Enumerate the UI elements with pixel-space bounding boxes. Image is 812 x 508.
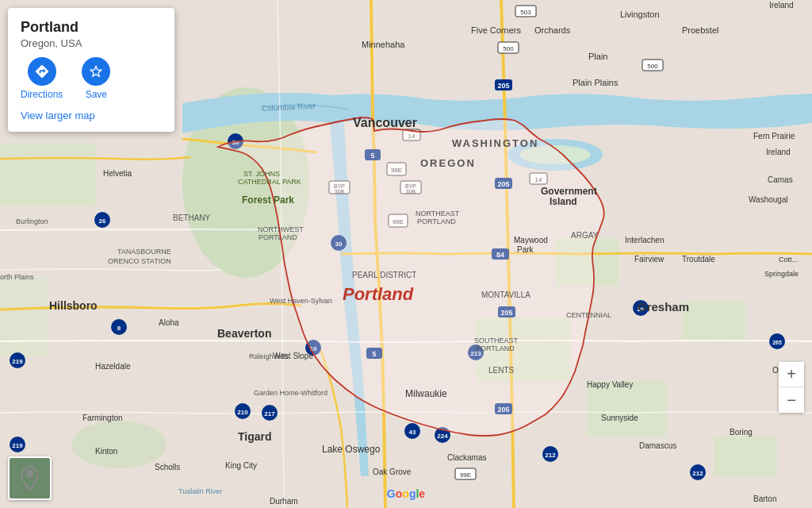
svg-text:Happy Valley: Happy Valley (587, 380, 633, 389)
svg-text:Proebstel: Proebstel (682, 25, 718, 35)
svg-text:Ireland: Ireland (766, 148, 791, 156)
svg-text:ST. JOHNS: ST. JOHNS (243, 170, 280, 178)
svg-text:Boring: Boring (730, 428, 753, 437)
svg-text:Durham: Durham (270, 497, 298, 506)
city-subtitle: Oregon, USA (21, 37, 162, 49)
svg-text:Farmington: Farmington (82, 414, 123, 422)
city-name: Portland (21, 19, 162, 36)
save-icon (82, 57, 110, 86)
svg-text:PORTLAND: PORTLAND (417, 217, 456, 225)
svg-text:Five Corners: Five Corners (471, 25, 521, 35)
svg-text:Helvetia: Helvetia (103, 169, 132, 178)
svg-text:Minnehaha: Minnehaha (362, 40, 405, 49)
svg-text:BETHANY: BETHANY (173, 214, 211, 222)
svg-text:500: 500 (647, 63, 658, 70)
directions-icon (28, 57, 56, 86)
svg-text:Plain: Plain (588, 52, 607, 61)
svg-text:265: 265 (772, 340, 782, 345)
svg-text:Clackamas: Clackamas (447, 453, 486, 462)
svg-text:Gresham: Gresham (638, 300, 689, 314)
save-button[interactable]: Save (82, 57, 110, 100)
svg-text:Milwaukie: Milwaukie (405, 388, 447, 399)
svg-text:Government: Government (541, 186, 597, 197)
svg-text:Tigard: Tigard (238, 430, 272, 443)
svg-text:SOUTHEAST: SOUTHEAST (474, 337, 519, 344)
svg-text:210: 210 (237, 409, 248, 416)
svg-text:Springdale: Springdale (764, 270, 799, 278)
svg-text:Troutdale: Troutdale (682, 255, 715, 264)
svg-text:Island: Island (550, 196, 577, 207)
svg-text:Orchards: Orchards (534, 25, 571, 35)
svg-text:West Haven-Sylvan: West Haven-Sylvan (270, 297, 332, 305)
svg-text:Kinton: Kinton (95, 447, 117, 456)
svg-text:26: 26 (99, 217, 106, 225)
svg-text:orth Plains: orth Plains (0, 273, 34, 281)
svg-text:Fern Prairie: Fern Prairie (753, 132, 795, 140)
svg-text:Interlachen: Interlachen (625, 236, 664, 244)
svg-rect-5 (587, 381, 666, 437)
svg-text:Sunnyside: Sunnyside (601, 414, 638, 422)
svg-text:Beaverton: Beaverton (217, 327, 271, 340)
directions-button[interactable]: Directions (21, 57, 63, 100)
svg-text:Washougal: Washougal (749, 195, 788, 204)
view-larger-link[interactable]: View larger map (21, 110, 95, 121)
svg-text:CATHEDRAL PARK: CATHEDRAL PARK (238, 178, 301, 186)
svg-point-152 (25, 470, 33, 478)
svg-text:Park: Park (517, 245, 534, 254)
svg-text:Fairview: Fairview (634, 255, 665, 264)
svg-text:NORTHEAST: NORTHEAST (416, 210, 460, 217)
svg-text:205: 205 (497, 82, 509, 90)
svg-point-8 (71, 421, 167, 468)
svg-text:Garden Home-Whitford: Garden Home-Whitford (254, 389, 327, 397)
street-view-thumbnail[interactable] (8, 456, 52, 500)
svg-text:TANASBOURNE: TANASBOURNE (117, 248, 171, 256)
svg-text:99E: 99E (460, 471, 471, 479)
svg-text:Livingston: Livingston (620, 10, 660, 19)
svg-text:Lake Oswego: Lake Oswego (322, 444, 381, 455)
svg-text:Hazeldale: Hazeldale (95, 362, 131, 371)
svg-text:Oak Grove: Oak Grove (373, 468, 412, 476)
svg-text:217: 217 (264, 410, 275, 418)
svg-rect-9 (714, 437, 777, 476)
svg-text:ARGAY: ARGAY (571, 231, 599, 240)
svg-text:MONTAVILLA: MONTAVILLA (481, 291, 530, 299)
svg-text:224: 224 (437, 433, 448, 440)
svg-text:PORTLAND: PORTLAND (259, 233, 297, 241)
svg-text:500: 500 (503, 45, 514, 52)
svg-text:Forest Park: Forest Park (242, 194, 294, 206)
svg-text:212: 212 (692, 470, 703, 477)
svg-text:43: 43 (409, 429, 416, 436)
svg-text:King City: King City (225, 461, 257, 470)
svg-text:Cott...: Cott... (779, 256, 798, 264)
svg-text:Maywood: Maywood (514, 236, 548, 244)
zoom-in-button[interactable]: + (779, 362, 804, 387)
svg-text:Portland: Portland (343, 284, 414, 304)
action-buttons: Directions Save (21, 57, 162, 100)
svg-text:ORENCO STATION: ORENCO STATION (108, 257, 171, 265)
svg-text:CENTENNIAL: CENTENNIAL (566, 311, 611, 319)
svg-text:Aloha: Aloha (159, 318, 179, 327)
svg-text:Ireland: Ireland (769, 1, 794, 10)
svg-text:503: 503 (520, 9, 531, 16)
svg-text:Damascus: Damascus (639, 441, 676, 450)
svg-text:PORTLAND: PORTLAND (476, 344, 515, 352)
svg-text:8: 8 (117, 325, 121, 332)
svg-rect-2 (0, 143, 95, 206)
svg-text:Plain Plains: Plain Plains (573, 78, 619, 87)
svg-rect-6 (682, 302, 745, 341)
zoom-out-button[interactable]: − (779, 387, 804, 413)
svg-text:Vancouver: Vancouver (353, 116, 417, 129)
svg-text:LENTS: LENTS (488, 366, 515, 375)
svg-text:Camas: Camas (768, 175, 793, 184)
svg-text:Scholls: Scholls (155, 463, 180, 471)
svg-rect-7 (0, 278, 48, 357)
map-container: 5 205 205 205 205 84 26 26 30 99E 99E BY… (0, 0, 812, 508)
info-panel: Portland Oregon, USA Directions Save (8, 8, 174, 132)
google-logo: Google (387, 487, 425, 500)
save-label: Save (86, 89, 107, 100)
svg-text:NORTHWEST: NORTHWEST (258, 225, 304, 233)
svg-text:219: 219 (12, 358, 23, 365)
svg-text:WASHINGTON: WASHINGTON (452, 137, 538, 149)
svg-text:219: 219 (12, 442, 23, 449)
street-view-image (10, 458, 50, 498)
